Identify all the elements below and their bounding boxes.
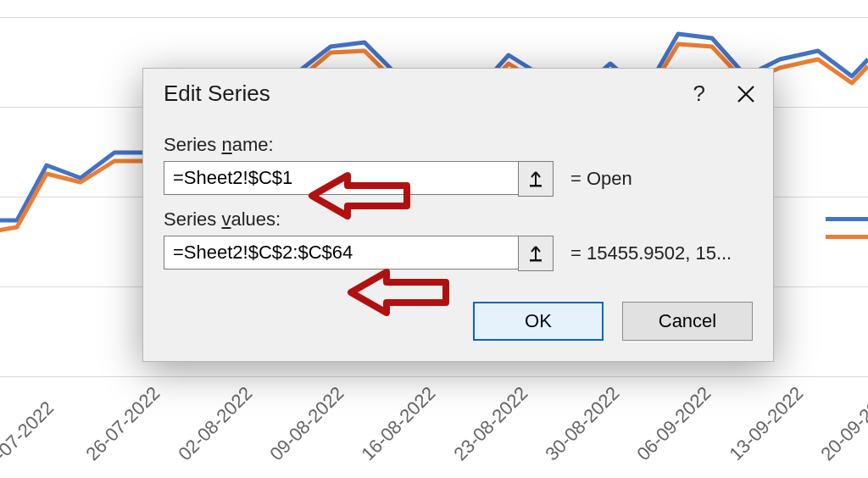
svg-rect-0 <box>530 185 542 187</box>
series-values-label: Series values: <box>164 208 753 231</box>
x-tick: 16-08-2022 <box>358 449 374 465</box>
x-axis-labels: -07-2022 26-07-2022 02-08-2022 09-08-202… <box>0 449 817 471</box>
series-name-resolved: = Open <box>570 168 632 190</box>
series-name-input[interactable] <box>164 161 519 195</box>
x-tick: 06-09-2022 <box>633 449 649 465</box>
legend-swatch <box>826 217 868 221</box>
close-icon[interactable] <box>736 84 756 104</box>
help-icon[interactable]: ? <box>693 81 705 107</box>
legend-swatch <box>826 235 868 239</box>
x-tick: 02-08-2022 <box>174 449 190 465</box>
x-tick: 20-09-2022 <box>816 449 832 465</box>
x-tick: 30-08-2022 <box>541 449 557 465</box>
series-name-label: Series name: <box>164 134 753 156</box>
dialog-title: Edit Series <box>164 81 270 107</box>
svg-rect-1 <box>530 259 542 262</box>
collapse-range-icon[interactable] <box>518 161 554 197</box>
series-values-resolved: = 15455.9502, 15... <box>570 242 732 264</box>
x-tick: 26-07-2022 <box>82 449 98 465</box>
x-tick: 23-08-2022 <box>449 449 465 465</box>
dialog-button-bar: OK Cancel <box>143 288 773 361</box>
dialog-titlebar: Edit Series ? <box>143 69 773 114</box>
x-tick: 09-08-2022 <box>265 449 281 465</box>
series-values-input[interactable] <box>164 236 519 270</box>
x-tick: -07-2022 <box>0 449 6 465</box>
edit-series-dialog: Edit Series ? Series name: = Open Series… <box>142 68 774 362</box>
collapse-range-icon[interactable] <box>518 236 554 271</box>
x-tick: 13-09-2022 <box>725 449 741 465</box>
chart-legend <box>826 203 868 253</box>
ok-button[interactable]: OK <box>473 302 604 341</box>
gridline <box>0 376 868 377</box>
cancel-button[interactable]: Cancel <box>622 302 753 341</box>
